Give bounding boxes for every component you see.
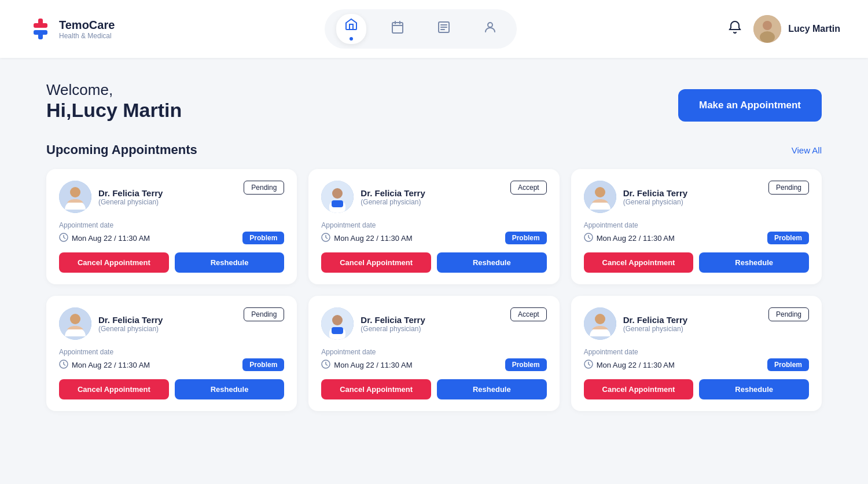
notifications-button[interactable] xyxy=(727,19,743,39)
cancel-appointment-button[interactable]: Cancel Appointment xyxy=(59,379,169,399)
welcome-greeting: Welcome, xyxy=(46,81,182,99)
status-badge: Pending xyxy=(768,181,809,195)
clock-icon xyxy=(59,360,68,371)
date-row: Mon Aug 22 / 11:30 AM Problem xyxy=(584,232,809,244)
appointment-card: Dr. Felicia Terry (General physician) Ac… xyxy=(308,169,559,284)
doctor-details: Dr. Felicia Terry (General physician) xyxy=(98,188,163,206)
reschedule-button[interactable]: Reshedule xyxy=(437,252,547,273)
cancel-appointment-button[interactable]: Cancel Appointment xyxy=(321,379,431,399)
type-badge: Problem xyxy=(767,232,809,244)
appointment-card: Dr. Felicia Terry (General physician) Ac… xyxy=(308,296,559,411)
date-value: Mon Aug 22 / 11:30 AM xyxy=(59,360,150,371)
svg-point-6 xyxy=(488,23,492,27)
date-value: Mon Aug 22 / 11:30 AM xyxy=(321,233,412,244)
appointment-card: Dr. Felicia Terry (General physician) Pe… xyxy=(571,169,822,284)
date-row: Mon Aug 22 / 11:30 AM Problem xyxy=(321,232,546,244)
cancel-appointment-button[interactable]: Cancel Appointment xyxy=(584,252,694,273)
svg-rect-16 xyxy=(332,200,343,207)
card-top: Dr. Felicia Terry (General physician) Pe… xyxy=(584,307,809,340)
doctor-info: Dr. Felicia Terry (General physician) xyxy=(321,181,425,213)
reschedule-button[interactable]: Reshedule xyxy=(175,379,285,399)
appointment-card: Dr. Felicia Terry (General physician) Pe… xyxy=(46,169,297,284)
svg-point-22 xyxy=(70,314,80,324)
doctor-avatar xyxy=(584,307,616,340)
cancel-appointment-button[interactable]: Cancel Appointment xyxy=(584,379,694,399)
nav-profile[interactable] xyxy=(475,17,505,41)
appointment-card: Dr. Felicia Terry (General physician) Pe… xyxy=(46,296,297,411)
type-badge: Problem xyxy=(505,358,547,371)
reschedule-button[interactable]: Reshedule xyxy=(175,252,285,273)
doctor-specialty: (General physician) xyxy=(98,325,163,333)
card-top: Dr. Felicia Terry (General physician) Ac… xyxy=(321,307,546,340)
svg-point-25 xyxy=(332,315,343,325)
doctor-name: Dr. Felicia Terry xyxy=(361,188,425,198)
card-actions: Cancel Appointment Reshedule xyxy=(584,379,809,399)
doctor-avatar xyxy=(321,307,354,340)
doctor-name: Dr. Felicia Terry xyxy=(623,188,687,198)
type-badge: Problem xyxy=(242,232,284,244)
svg-point-19 xyxy=(595,187,605,197)
make-appointment-button[interactable]: Make an Appointment xyxy=(678,89,822,122)
svg-point-9 xyxy=(760,31,775,43)
doctor-info: Dr. Felicia Terry (General physician) xyxy=(59,307,163,340)
clock-icon xyxy=(584,233,593,244)
reschedule-button[interactable]: Reshedule xyxy=(699,252,809,273)
reschedule-button[interactable]: Reshedule xyxy=(437,379,547,399)
user-info: Lucy Martin xyxy=(753,15,840,43)
reschedule-button[interactable]: Reshedule xyxy=(699,379,809,399)
date-label: Appointment date xyxy=(321,348,546,356)
doctor-avatar xyxy=(321,181,354,213)
doctor-name: Dr. Felicia Terry xyxy=(98,315,163,325)
svg-point-8 xyxy=(763,21,772,30)
date-row: Mon Aug 22 / 11:30 AM Problem xyxy=(59,358,284,371)
svg-rect-4 xyxy=(392,23,403,33)
status-badge: Pending xyxy=(768,307,809,321)
card-actions: Cancel Appointment Reshedule xyxy=(59,379,284,399)
date-label: Appointment date xyxy=(584,221,809,229)
status-badge: Pending xyxy=(244,307,284,321)
doctor-avatar-image xyxy=(321,181,354,213)
logo-text: TemoCare Health & Medical xyxy=(59,19,115,40)
user-name: Lucy Martin xyxy=(788,24,840,34)
doctor-avatar xyxy=(59,307,91,340)
welcome-name: Hi,Lucy Martin xyxy=(46,99,182,122)
svg-rect-3 xyxy=(34,30,47,35)
card-actions: Cancel Appointment Reshedule xyxy=(321,379,546,399)
date-label: Appointment date xyxy=(321,221,546,229)
type-badge: Problem xyxy=(505,232,547,244)
doctor-avatar-image xyxy=(584,181,616,213)
welcome-row: Welcome, Hi,Lucy Martin Make an Appointm… xyxy=(46,81,822,122)
clock-icon xyxy=(584,360,593,371)
doctor-avatar xyxy=(584,181,616,213)
doctor-avatar-image xyxy=(584,307,616,340)
app-name: TemoCare xyxy=(59,19,115,32)
doctor-details: Dr. Felicia Terry (General physician) xyxy=(361,188,425,206)
nav-home[interactable] xyxy=(336,14,366,44)
view-all-button[interactable]: View All xyxy=(792,145,822,155)
doctor-name: Dr. Felicia Terry xyxy=(361,315,425,325)
doctor-details: Dr. Felicia Terry (General physician) xyxy=(98,315,163,333)
date-value: Mon Aug 22 / 11:30 AM xyxy=(321,360,412,371)
date-value: Mon Aug 22 / 11:30 AM xyxy=(584,360,675,371)
avatar xyxy=(753,15,781,43)
app-tagline: Health & Medical xyxy=(59,32,115,40)
doctor-specialty: (General physician) xyxy=(361,198,425,206)
doctor-info: Dr. Felicia Terry (General physician) xyxy=(321,307,425,340)
person-icon xyxy=(483,20,497,38)
svg-point-14 xyxy=(332,188,343,199)
doctor-specialty: (General physician) xyxy=(623,325,687,333)
logo: TemoCare Health & Medical xyxy=(28,16,115,42)
clock-icon xyxy=(321,360,330,371)
type-badge: Problem xyxy=(767,358,809,371)
date-label: Appointment date xyxy=(59,221,284,229)
card-actions: Cancel Appointment Reshedule xyxy=(59,252,284,273)
nav-list[interactable] xyxy=(429,17,459,41)
cancel-appointment-button[interactable]: Cancel Appointment xyxy=(321,252,431,273)
main-nav xyxy=(325,9,517,49)
svg-rect-27 xyxy=(332,327,343,334)
doctor-details: Dr. Felicia Terry (General physician) xyxy=(623,315,687,333)
cancel-appointment-button[interactable]: Cancel Appointment xyxy=(59,252,169,273)
date-row: Mon Aug 22 / 11:30 AM Problem xyxy=(59,232,284,244)
nav-calendar[interactable] xyxy=(382,17,413,41)
date-value: Mon Aug 22 / 11:30 AM xyxy=(584,233,675,244)
